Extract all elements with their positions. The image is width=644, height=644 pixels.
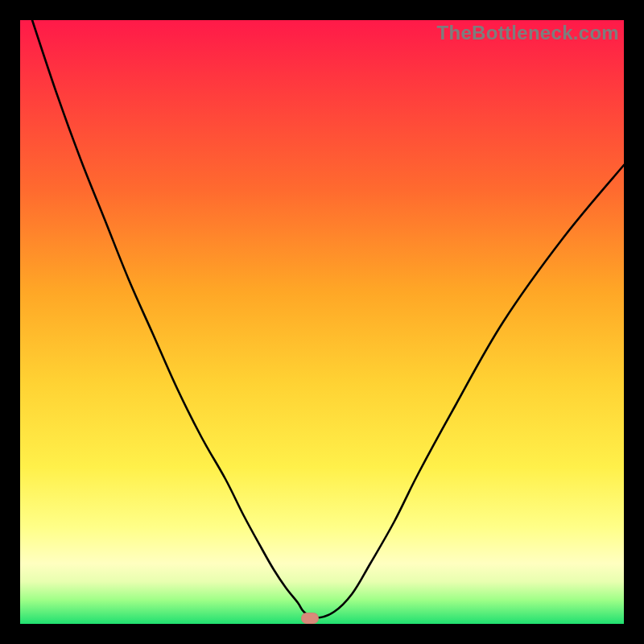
- bottleneck-curve-path: [32, 20, 624, 618]
- min-point-marker: [301, 613, 319, 624]
- line-chart: [20, 20, 624, 624]
- plot-area: TheBottleneck.com: [20, 20, 624, 624]
- outer-frame: TheBottleneck.com: [0, 0, 644, 644]
